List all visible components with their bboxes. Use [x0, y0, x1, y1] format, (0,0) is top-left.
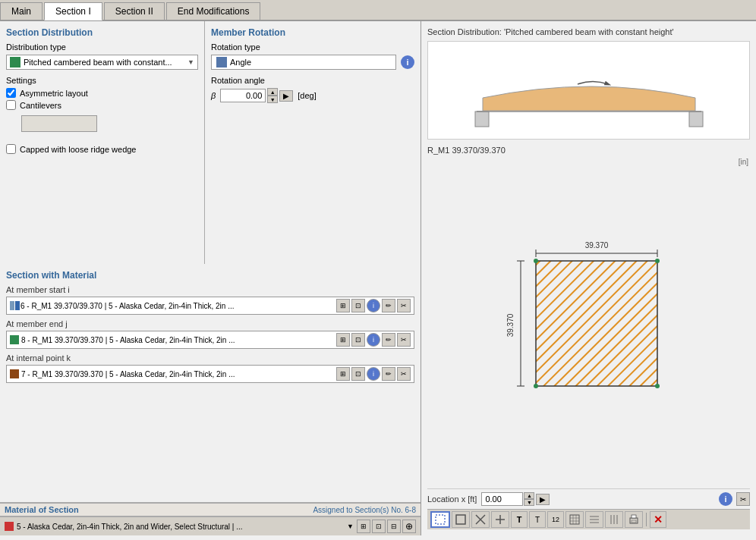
capped-label: Capped with loose ridge wedge	[20, 145, 137, 154]
angle-input[interactable]	[220, 89, 266, 102]
grid3-icon	[609, 514, 619, 525]
svg-rect-13	[536, 261, 657, 386]
toolbar-fit-button[interactable]	[471, 511, 490, 528]
footer-list-icon[interactable]: ⊞	[357, 520, 370, 533]
angle-down-button[interactable]: ▼	[267, 96, 278, 103]
start-info-icon[interactable]: i	[367, 299, 380, 312]
member-start-label: At member start i	[6, 285, 414, 294]
location-input[interactable]	[481, 492, 523, 506]
location-label: Location x [ft]	[427, 494, 477, 504]
tab-section-i[interactable]: Section I	[44, 2, 102, 20]
footer-color-block	[5, 522, 14, 531]
left-panel: Section Distribution Distribution type P…	[0, 21, 421, 535]
start-edit-icon[interactable]: ✏	[382, 299, 395, 312]
footer-edit-icon[interactable]: ⊟	[387, 520, 401, 533]
toolbar-text2-button[interactable]: T	[529, 511, 546, 528]
location-info-button[interactable]: i	[719, 492, 732, 506]
pan-icon	[495, 514, 506, 525]
mat-section-title: Material of Section	[5, 505, 79, 514]
svg-rect-19	[456, 515, 465, 524]
main-content: Section Distribution Distribution type P…	[0, 21, 756, 535]
toolbar-grid3-button[interactable]	[605, 511, 623, 528]
section-with-material: Section with Material At member start i …	[0, 264, 421, 503]
footer-special-icon[interactable]: ⊕	[402, 520, 416, 533]
dist-type-dropdown[interactable]: Pitched cambered beam with constant... ▼	[6, 55, 198, 70]
member-end-row: 8 - R_M1 39.370/39.370 | 5 - Alaska Ceda…	[6, 331, 414, 349]
capped-checkbox[interactable]	[6, 144, 16, 154]
toolbar-zoom-button[interactable]	[452, 511, 470, 528]
end-color	[10, 335, 19, 344]
section-view-area: [in] 39.370 39.370	[427, 158, 750, 485]
internal-list-icon[interactable]: ⊞	[336, 367, 350, 381]
dist-type-arrow: ▼	[187, 58, 194, 66]
assigned-label: Assigned to Section(s) No. 6-8	[313, 506, 416, 514]
end-info-icon[interactable]: i	[367, 333, 380, 347]
dist-type-label: Distribution type	[6, 42, 198, 52]
toolbar-select-button[interactable]	[430, 511, 450, 528]
member-start-icons: ⊞ ⊡ i ✏ ✂	[336, 299, 411, 312]
internal-point-row: 7 - R_M1 39.370/39.370 | 5 - Alaska Ceda…	[6, 365, 414, 383]
section-diagram-svg: 39.370 39.370	[490, 234, 688, 409]
start-delete-icon[interactable]: ✂	[397, 299, 411, 312]
tab-main[interactable]: Main	[0, 2, 43, 20]
toolbar-number-button[interactable]: 12	[547, 511, 564, 528]
angle-row: β ▲ ▼ ▶ [deg]	[211, 88, 414, 103]
start-list-icon[interactable]: ⊞	[336, 299, 350, 312]
angle-up-button[interactable]: ▲	[267, 88, 278, 96]
toolbar-grid1-button[interactable]	[565, 511, 584, 528]
grid2-icon	[589, 514, 600, 525]
deg-label: [deg]	[298, 91, 316, 100]
end-edit-icon[interactable]: ✏	[382, 333, 395, 347]
toolbar-text1-button[interactable]: T	[511, 511, 528, 528]
material-footer-wrapper: Material of Section Assigned to Section(…	[0, 503, 421, 535]
svg-rect-1	[689, 111, 703, 127]
toolbar-separator	[646, 513, 647, 526]
distribution-title: Section Distribution: 'Pitched cambered …	[427, 27, 750, 36]
footer-copy-icon[interactable]: ⊡	[372, 520, 386, 533]
sub-button[interactable]	[21, 115, 97, 132]
location-tool-button[interactable]: ✂	[736, 492, 750, 506]
rotation-type-label: Rotation type	[211, 42, 414, 52]
rotation-type-field[interactable]: Angle	[211, 55, 396, 70]
end-list-icon[interactable]: ⊞	[336, 333, 350, 347]
angle-arrow-button[interactable]: ▶	[279, 90, 293, 102]
bottom-toolbar: T T 12 ✕	[427, 509, 750, 529]
angle-spinner: ▲ ▼	[267, 88, 278, 103]
toolbar-grid2-button[interactable]	[585, 511, 603, 528]
cantilevers-checkbox[interactable]	[6, 100, 16, 110]
end-delete-icon[interactable]: ✂	[397, 333, 411, 347]
svg-point-16	[534, 384, 538, 388]
toolbar-print-button[interactable]	[625, 511, 643, 528]
rotation-type-color	[216, 57, 227, 68]
asymmetric-label: Asymmetric layout	[20, 89, 88, 98]
internal-info-icon[interactable]: i	[367, 367, 380, 381]
beam-svg	[460, 45, 718, 136]
toolbar-pan-button[interactable]	[491, 511, 509, 528]
svg-rect-0	[475, 111, 489, 127]
rotation-angle-label: Rotation angle	[211, 76, 414, 85]
cantilevers-label: Cantilevers	[20, 101, 61, 110]
toolbar-close-button[interactable]: ✕	[650, 511, 666, 528]
rotation-info-button[interactable]: i	[401, 55, 414, 69]
print-icon	[628, 514, 639, 525]
location-arrow-button[interactable]: ▶	[536, 494, 550, 505]
beam-diagram	[427, 41, 750, 140]
tab-end-modifications[interactable]: End Modifications	[166, 2, 261, 20]
internal-edit-icon[interactable]: ✏	[382, 367, 395, 381]
dist-type-color	[10, 57, 20, 68]
internal-point-value: 7 - R_M1 39.370/39.370 | 5 - Alaska Ceda…	[21, 370, 333, 378]
svg-point-15	[655, 259, 660, 263]
beta-symbol: β	[211, 91, 216, 100]
start-copy-icon[interactable]: ⊡	[351, 299, 365, 312]
footer-dropdown-arrow[interactable]: ▼	[347, 523, 354, 530]
asymmetric-checkbox[interactable]	[6, 88, 16, 98]
internal-delete-icon[interactable]: ✂	[397, 367, 411, 381]
tab-section-ii[interactable]: Section II	[104, 2, 165, 20]
right-panel: Section Distribution: 'Pitched cambered …	[421, 21, 756, 535]
internal-copy-icon[interactable]: ⊡	[351, 367, 365, 381]
section-material-title: Section with Material	[6, 270, 414, 281]
location-up-button[interactable]: ▲	[524, 492, 534, 499]
location-down-button[interactable]: ▼	[524, 499, 534, 506]
rotation-type-value: Angle	[230, 58, 251, 67]
end-copy-icon[interactable]: ⊡	[351, 333, 365, 347]
